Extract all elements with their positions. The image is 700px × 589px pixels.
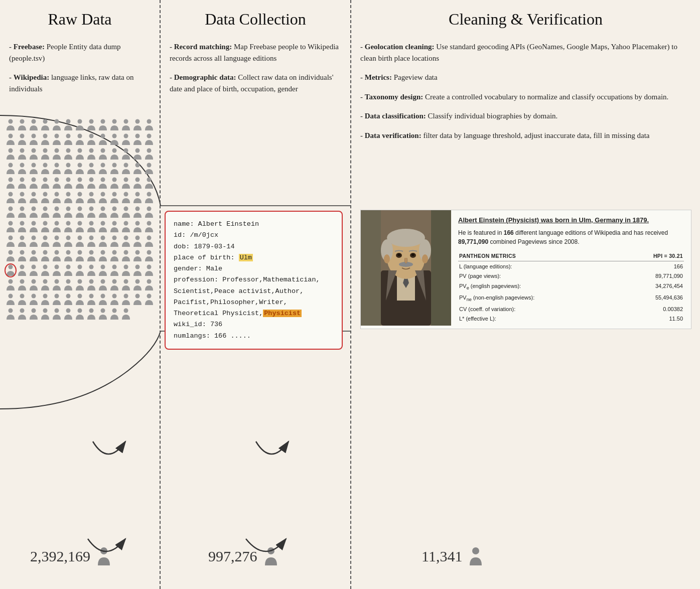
raw-data-title: Raw Data xyxy=(0,0,160,36)
svg-point-51 xyxy=(135,163,140,168)
raw-data-column: Raw Data - Freebase: People Entity data … xyxy=(0,0,161,589)
person-icon xyxy=(17,249,28,263)
svg-point-162 xyxy=(66,294,71,299)
person-icon xyxy=(120,147,131,161)
metrics-label: Metrics: xyxy=(365,73,392,81)
svg-point-94 xyxy=(32,221,36,226)
person-icon xyxy=(109,162,120,176)
svg-point-176 xyxy=(78,309,82,313)
svg-point-73 xyxy=(89,192,94,197)
geolocation-text: - Geolocation cleaning: Use standard geo… xyxy=(360,41,691,64)
person-icon xyxy=(97,205,108,219)
svg-point-57 xyxy=(55,178,59,182)
svg-point-90 xyxy=(135,207,140,211)
verification-text: - Data verification: filter data by lang… xyxy=(360,130,691,141)
person-icon xyxy=(132,191,143,205)
svg-point-34 xyxy=(89,149,94,153)
person-icon xyxy=(63,147,74,161)
person-icon xyxy=(28,292,39,307)
svg-point-23 xyxy=(112,134,117,138)
person-icon xyxy=(51,118,62,132)
person-icon xyxy=(144,162,155,176)
person-icon xyxy=(97,249,108,263)
record-physicist-highlight: Physicist xyxy=(263,310,302,317)
svg-point-88 xyxy=(112,207,117,211)
person-icon xyxy=(86,234,97,248)
svg-point-56 xyxy=(43,178,48,182)
svg-point-161 xyxy=(55,294,59,299)
person-icon xyxy=(40,132,51,146)
svg-rect-197 xyxy=(431,210,451,326)
person-icon xyxy=(5,234,16,248)
person-icon xyxy=(86,147,97,161)
person-icon xyxy=(109,278,120,292)
svg-point-4 xyxy=(43,119,48,124)
person-icon xyxy=(51,234,62,248)
collection-text: - Record matching: Map Freebase people t… xyxy=(161,36,350,107)
metric-row-pve: PVe (english pageviews): 34,276,454 xyxy=(458,281,684,292)
svg-point-149 xyxy=(66,279,71,284)
person-icon xyxy=(74,234,85,248)
svg-point-76 xyxy=(124,192,128,197)
record-line-3: dob: 1879-03-14 xyxy=(174,241,334,252)
person-icon xyxy=(5,162,16,176)
person-icon xyxy=(74,191,85,205)
svg-point-100 xyxy=(101,221,105,226)
svg-point-191 xyxy=(397,254,400,256)
person-icon xyxy=(97,234,108,248)
person-icon xyxy=(86,263,97,277)
person-icon xyxy=(109,307,120,321)
svg-point-28 xyxy=(20,149,25,153)
svg-point-139 xyxy=(101,265,105,269)
person-icon xyxy=(28,147,39,161)
svg-point-16 xyxy=(32,134,36,138)
svg-point-142 xyxy=(135,265,140,269)
person-icon xyxy=(86,205,97,219)
person-icon xyxy=(86,249,97,263)
svg-point-157 xyxy=(9,294,13,299)
svg-rect-196 xyxy=(361,210,381,326)
svg-point-3 xyxy=(32,119,36,124)
svg-point-128 xyxy=(124,250,128,255)
person-icon xyxy=(40,191,51,205)
verification-label: Data verification: xyxy=(365,131,422,139)
svg-point-135 xyxy=(55,265,59,269)
person-icon xyxy=(74,132,85,146)
svg-point-180 xyxy=(124,309,128,313)
svg-point-75 xyxy=(112,192,117,197)
svg-point-105 xyxy=(9,236,13,240)
person-icon xyxy=(74,307,85,321)
svg-point-159 xyxy=(32,294,36,299)
svg-point-58 xyxy=(66,178,71,182)
cleaning-text: - Geolocation cleaning: Use standard geo… xyxy=(351,36,700,154)
svg-point-68 xyxy=(32,192,36,197)
taxonomy-text: - Taxonomy design: Create a controlled v… xyxy=(360,91,691,103)
person-icon xyxy=(63,176,74,190)
svg-point-178 xyxy=(101,309,105,313)
svg-point-38 xyxy=(135,149,140,153)
person-icon xyxy=(132,278,143,292)
person-icon xyxy=(5,278,16,292)
svg-point-117 xyxy=(147,236,152,240)
person-icon xyxy=(5,220,16,234)
svg-point-103 xyxy=(135,221,140,226)
person-icon xyxy=(120,307,131,321)
person-icon xyxy=(63,118,74,132)
person-icon xyxy=(17,147,28,161)
svg-point-173 xyxy=(43,309,48,313)
svg-point-92 xyxy=(9,221,13,226)
person-icon xyxy=(74,249,85,263)
person-icon xyxy=(74,220,85,234)
svg-point-86 xyxy=(89,207,94,211)
svg-point-66 xyxy=(9,192,13,197)
person-icon xyxy=(40,249,51,263)
svg-point-110 xyxy=(66,236,71,240)
person-icon xyxy=(51,249,62,263)
svg-point-171 xyxy=(20,309,25,313)
person-icon xyxy=(40,205,51,219)
metric-row-pv: PV (page views): 89,771,090 xyxy=(458,271,684,281)
einstein-subtitle: He is featured in 166 different language… xyxy=(458,228,684,246)
record-line-1: name: Albert Einstein xyxy=(174,219,334,230)
svg-point-111 xyxy=(78,236,82,240)
record-birth-pre: place of birth: xyxy=(174,254,239,261)
